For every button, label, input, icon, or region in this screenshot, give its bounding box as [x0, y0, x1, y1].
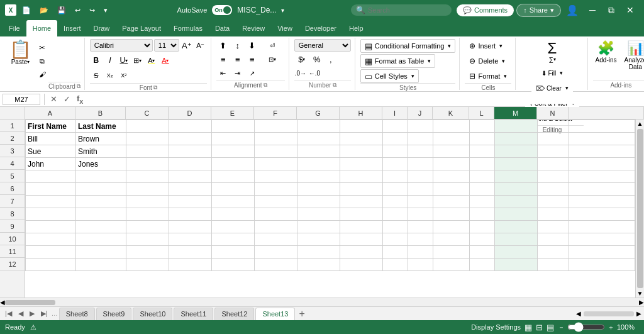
fill-button[interactable]: ⬇ Fill ▾	[537, 66, 568, 80]
cell-F6[interactable]	[255, 183, 297, 196]
cell-B1[interactable]: Last Name	[76, 120, 126, 133]
col-header-I[interactable]: I	[382, 107, 408, 119]
minimize-button[interactable]: ─	[584, 1, 601, 19]
tab-draw[interactable]: Draw	[87, 20, 116, 36]
tab-home[interactable]: Home	[26, 20, 57, 36]
cell-M12[interactable]	[495, 259, 538, 271]
scroll-up-button[interactable]: ▲	[636, 120, 644, 128]
cell-G6[interactable]	[297, 183, 340, 196]
align-center-button[interactable]: ≡	[231, 53, 245, 65]
cell-K2[interactable]	[433, 133, 470, 145]
format-painter-button[interactable]: 🖌	[36, 68, 48, 81]
cell-K4[interactable]	[433, 158, 470, 170]
cell-I2[interactable]	[383, 133, 408, 145]
close-button[interactable]: ✕	[621, 1, 639, 19]
cell-J1[interactable]	[408, 120, 433, 133]
display-settings-label[interactable]: Display Settings	[471, 323, 521, 331]
tab-view[interactable]: View	[271, 20, 299, 36]
cell-styles-button[interactable]: ▭ Cell Styles ▾	[360, 69, 419, 83]
tab-page-layout[interactable]: Page Layout	[116, 20, 167, 36]
paste-button[interactable]: 📋 Paste▾	[6, 39, 35, 67]
cell-extra6[interactable]	[569, 183, 635, 196]
cell-F5[interactable]	[255, 170, 297, 183]
cell-M11[interactable]	[495, 246, 538, 259]
cell-N1[interactable]	[538, 120, 569, 133]
cell-B5[interactable]	[76, 170, 126, 183]
underline-button[interactable]: U▾	[118, 54, 130, 67]
row-num-7[interactable]: 7	[0, 195, 25, 208]
cell-H3[interactable]	[340, 145, 383, 158]
cell-K5[interactable]	[433, 170, 470, 183]
formula-input[interactable]	[87, 95, 641, 104]
scroll-down-button[interactable]: ▼	[636, 289, 644, 298]
cell-L5[interactable]	[470, 170, 495, 183]
cell-F3[interactable]	[255, 145, 297, 158]
currency-button[interactable]: $▾	[294, 53, 309, 65]
superscript-button[interactable]: X²	[118, 69, 130, 82]
cell-C1[interactable]	[126, 120, 169, 133]
cell-D3[interactable]	[169, 145, 212, 158]
decrease-indent-button[interactable]: ⇤	[216, 67, 230, 79]
orientation-button[interactable]: ↗	[245, 67, 259, 79]
cell-L6[interactable]	[470, 183, 495, 196]
cell-M8[interactable]	[495, 208, 538, 221]
sheet-nav-first[interactable]: |◀	[3, 308, 14, 319]
insert-cells-button[interactable]: ⊕ Insert ▾	[465, 39, 507, 53]
cell-extra4[interactable]	[569, 158, 635, 170]
cell-D6[interactable]	[169, 183, 212, 196]
row-num-9[interactable]: 9	[0, 220, 25, 233]
cell-extra3[interactable]	[569, 145, 635, 158]
cell-K6[interactable]	[433, 183, 470, 196]
cell-N2[interactable]	[538, 133, 569, 145]
cell-M10[interactable]	[495, 233, 538, 246]
sheet-tab-Sheet10[interactable]: Sheet10	[133, 308, 172, 320]
cell-I1[interactable]	[383, 120, 408, 133]
align-middle-button[interactable]: ↕	[231, 39, 245, 52]
cell-reference-input[interactable]	[3, 94, 40, 105]
zoom-out-button[interactable]: －	[558, 323, 565, 332]
cell-D1[interactable]	[169, 120, 212, 133]
col-header-D[interactable]: D	[169, 107, 211, 119]
autosave-toggle[interactable]: On	[212, 5, 232, 15]
cell-L2[interactable]	[470, 133, 495, 145]
h-scroll-thumb[interactable]	[5, 300, 55, 305]
cell-B6[interactable]	[76, 183, 126, 196]
conditional-formatting-button[interactable]: ▤ Conditional Formatting ▾	[360, 39, 456, 53]
cell-E3[interactable]	[212, 145, 255, 158]
col-header-G[interactable]: G	[297, 107, 340, 119]
view-break-icon[interactable]: ▤	[547, 323, 554, 332]
cell-C4[interactable]	[126, 158, 169, 170]
cell-extra5[interactable]	[569, 170, 635, 183]
zoom-level[interactable]: 100%	[617, 323, 639, 331]
row-num-1[interactable]: 1	[0, 120, 25, 132]
quick-access-more[interactable]: ▾	[101, 5, 111, 16]
increase-decimal-button[interactable]: .0→	[294, 67, 307, 79]
increase-font-size[interactable]: A⁺	[180, 39, 193, 52]
cell-I6[interactable]	[383, 183, 408, 196]
strikethrough-button[interactable]: S	[90, 69, 103, 82]
cell-N6[interactable]	[538, 183, 569, 196]
view-normal-icon[interactable]: ▦	[525, 323, 532, 332]
sheet-scroll-bar[interactable]	[584, 311, 634, 316]
col-header-H[interactable]: H	[340, 107, 382, 119]
cell-A5[interactable]	[26, 170, 76, 183]
cell-C5[interactable]	[126, 170, 169, 183]
cell-J5[interactable]	[408, 170, 433, 183]
increase-indent-button[interactable]: ⇥	[231, 67, 245, 79]
cell-D4[interactable]	[169, 158, 212, 170]
decrease-font-size[interactable]: A⁻	[194, 39, 207, 52]
col-header-L[interactable]: L	[469, 107, 494, 119]
percent-button[interactable]: %	[311, 53, 323, 65]
col-header-C[interactable]: C	[126, 107, 169, 119]
tab-developer[interactable]: Developer	[299, 20, 343, 36]
accessibility-icon[interactable]: ⚠	[30, 323, 36, 331]
font-family-select[interactable]: Calibri	[90, 39, 153, 52]
row-num-11[interactable]: 11	[0, 245, 25, 258]
row-num-10[interactable]: 10	[0, 233, 25, 245]
cell-extra1[interactable]	[569, 120, 635, 133]
cell-H4[interactable]	[340, 158, 383, 170]
delete-cells-button[interactable]: ⊖ Delete ▾	[465, 54, 509, 68]
share-button[interactable]: ↑ Share ▾	[516, 4, 561, 17]
account-icon[interactable]: 👤	[564, 1, 581, 19]
cell-D5[interactable]	[169, 170, 212, 183]
